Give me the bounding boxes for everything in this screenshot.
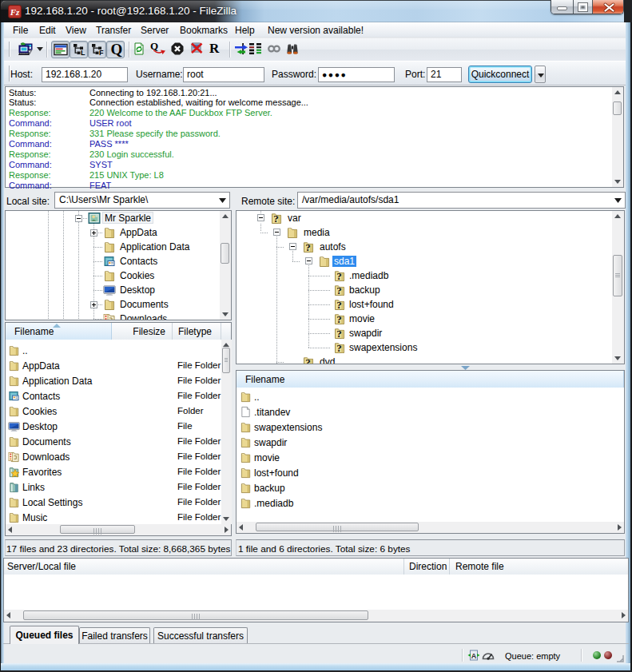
svg-text:Fz: Fz: [10, 7, 20, 17]
